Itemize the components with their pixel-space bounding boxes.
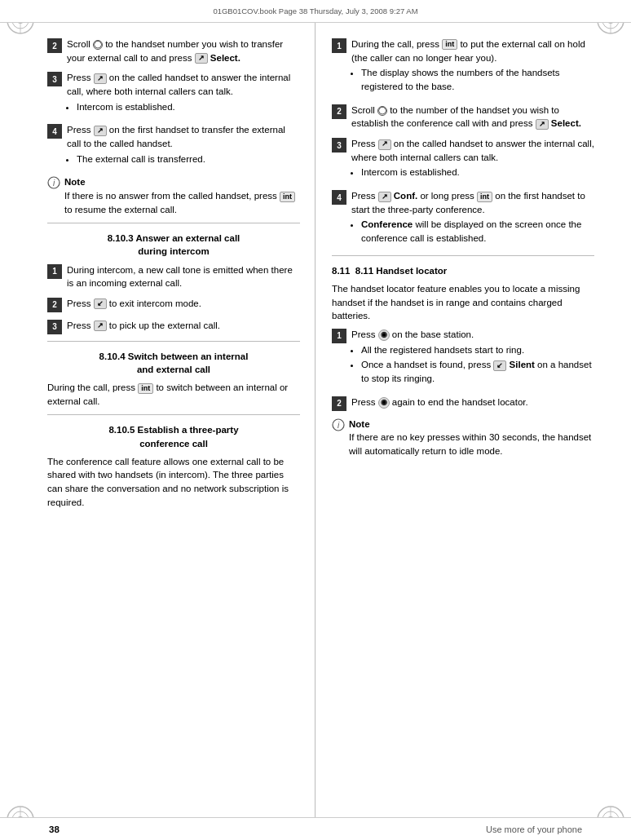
right-column: 1 During the call, press int to put the … xyxy=(316,23,631,817)
step-number: 3 xyxy=(47,320,62,334)
divider xyxy=(332,255,594,256)
step-content: Scroll ◯ to the handset number you wish … xyxy=(67,38,300,64)
section-heading-8104: 8.10.4 Switch between an internaland ext… xyxy=(47,350,300,376)
pickup-button: ↗ xyxy=(94,321,107,331)
main-content: 2 Scroll ◯ to the handset number you wis… xyxy=(0,23,631,817)
step-number: 2 xyxy=(47,38,62,53)
int-button: int xyxy=(442,39,457,50)
divider xyxy=(47,341,300,342)
conf-button: ↗ xyxy=(378,192,391,202)
svg-text:i: i xyxy=(338,421,340,430)
header-text: 01GB01COV.book Page 38 Thursday, July 3,… xyxy=(213,7,417,15)
step-content: Press ↗ Conf. or long press int on the f… xyxy=(351,189,594,249)
bullet-item: The external call is transferred. xyxy=(77,153,300,166)
step-content: Press ◉ again to end the handset locator… xyxy=(351,396,594,409)
scroll-button: ◯ xyxy=(377,106,387,116)
list-item: 1 Press ◉ on the base station. All the r… xyxy=(332,328,594,389)
page-number: 38 xyxy=(49,825,60,834)
list-item: 1 During the call, press int to put the … xyxy=(332,38,594,97)
step-content: Press ↗ to pick up the external call. xyxy=(67,319,300,333)
svg-text:i: i xyxy=(53,179,55,188)
page-header: 01GB01COV.book Page 38 Thursday, July 3,… xyxy=(0,0,631,23)
step-content: Press ↗ on the called handset to answer … xyxy=(351,137,594,183)
list-item: 2 Press ↙ to exit intercom mode. xyxy=(47,297,300,312)
step-number: 3 xyxy=(47,72,62,86)
page-footer: 38 Use more of your phone xyxy=(0,817,631,840)
section-intro-8105: The conference call feature allows one e… xyxy=(47,455,300,510)
note-box-811: i Note If there are no key presses withi… xyxy=(332,418,594,458)
bullet-item: Intercom is established. xyxy=(77,100,300,114)
step-content: During the call, press int to put the ex… xyxy=(351,38,594,97)
section-heading-8103: 8.10.3 Answer an external callduring int… xyxy=(47,232,300,258)
note-box: i Note If there is no answer from the ca… xyxy=(47,175,300,216)
list-item: 2 Press ◉ again to end the handset locat… xyxy=(332,396,594,411)
list-item: 4 Press ↗ Conf. or long press int on the… xyxy=(332,189,594,249)
select-button: ↗ xyxy=(536,119,549,130)
step-number: 3 xyxy=(332,138,346,153)
step-number: 4 xyxy=(332,190,346,205)
bullet-item: The display shows the numbers of the han… xyxy=(361,66,594,93)
divider xyxy=(47,223,300,223)
list-item: 2 Scroll ◯ to the number of the handset … xyxy=(332,104,594,130)
step-number: 4 xyxy=(47,124,62,139)
left-column: 2 Scroll ◯ to the handset number you wis… xyxy=(0,23,316,817)
footer-right-text: Use more of your phone xyxy=(486,825,582,834)
paging-button: ◉ xyxy=(378,329,390,341)
note-content: Note If there are no key presses within … xyxy=(349,418,594,458)
step-number: 2 xyxy=(332,396,346,411)
note-icon: i xyxy=(47,176,60,191)
list-item: 3 Press ↗ on the called handset to answe… xyxy=(332,137,594,183)
bullet-item: Conference will be displayed on the scre… xyxy=(361,218,594,245)
bullet-item: Intercom is established. xyxy=(361,166,594,179)
step-content: Press ◉ on the base station. All the reg… xyxy=(351,328,594,389)
divider xyxy=(47,414,300,415)
int-button: int xyxy=(138,383,153,394)
int-button: int xyxy=(280,192,295,202)
step-number: 2 xyxy=(332,104,346,119)
answer-button: ↗ xyxy=(378,139,391,150)
step-content: During intercom, a new call tone is emit… xyxy=(67,263,300,290)
step-number: 2 xyxy=(47,298,62,312)
select-button: ↗ xyxy=(195,53,208,64)
bullet-item: All the registered handsets start to rin… xyxy=(361,343,594,357)
section-intro-8104: During the call, press int to switch bet… xyxy=(47,381,300,408)
list-item: 3 Press ↗ on the called handset to answe… xyxy=(47,71,300,117)
note-icon: i xyxy=(332,418,345,433)
step-number: 1 xyxy=(47,264,62,279)
list-item: 3 Press ↗ to pick up the external call. xyxy=(47,319,300,334)
list-item: 1 During intercom, a new call tone is em… xyxy=(47,263,300,290)
note-content: Note If there is no answer from the call… xyxy=(64,175,300,216)
exit-button: ↙ xyxy=(94,298,107,309)
step-content: Press ↗ on the first handset to transfer… xyxy=(67,123,300,169)
transfer-button: ↗ xyxy=(94,126,107,136)
int-button: int xyxy=(477,192,492,202)
step-number: 1 xyxy=(332,329,346,343)
step-content: Press ↙ to exit intercom mode. xyxy=(67,297,300,311)
step-content: Scroll ◯ to the number of the handset yo… xyxy=(351,104,594,130)
scroll-button: ◯ xyxy=(93,40,103,50)
section-intro-811: The handset locator feature enables you … xyxy=(332,282,594,323)
step-number: 1 xyxy=(332,38,346,53)
step-content: Press ↗ on the called handset to answer … xyxy=(67,71,300,117)
paging-button-2: ◉ xyxy=(378,397,390,409)
answer-button: ↗ xyxy=(94,73,107,84)
section-heading-8105: 8.10.5 Establish a three-partyconference… xyxy=(47,423,300,449)
list-item: 2 Scroll ◯ to the handset number you wis… xyxy=(47,38,300,64)
list-item: 4 Press ↗ on the first handset to transf… xyxy=(47,123,300,169)
bullet-item: Once a handset is found, press ↙ Silent … xyxy=(361,358,594,385)
section-heading-811: 8.11 8.11 Handset locator xyxy=(332,264,594,277)
silent-button: ↙ xyxy=(493,360,506,371)
